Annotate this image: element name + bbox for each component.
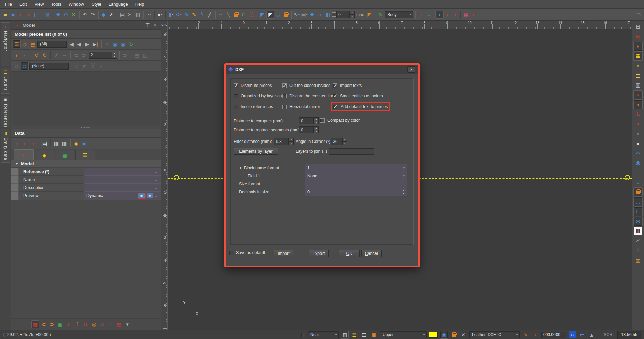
pieces-window-icon[interactable]: ⊞ — [634, 32, 642, 41]
sidebar-tab-entity-data[interactable]: ◨Entity data — [1, 129, 10, 163]
doc-new-icon[interactable]: ▤ — [41, 139, 48, 147]
table-row[interactable]: Reference (*)… — [11, 168, 161, 176]
piece-eye-icon[interactable]: ◉ — [634, 159, 642, 167]
sidebar-tab-references[interactable]: ▣References — [1, 96, 10, 127]
guide-ring-left[interactable] — [174, 175, 179, 180]
lock-icon[interactable] — [282, 11, 289, 18]
sidebar-tab-layers[interactable]: ☰Layers — [1, 68, 10, 94]
lamp-icon[interactable]: ▲ — [588, 331, 595, 338]
target-icon[interactable]: ◎ — [90, 321, 98, 328]
collapse-triangle-icon[interactable]: ▼ — [239, 166, 242, 170]
nav-first-icon[interactable]: |◀ — [67, 40, 75, 48]
checkbox[interactable] — [234, 94, 238, 98]
menu-language[interactable]: Language — [105, 0, 132, 8]
cross-move-icon[interactable]: ✛ — [634, 246, 642, 255]
body-select[interactable]: Body▾ — [385, 11, 413, 18]
show-above-icon[interactable]: ↑ — [634, 168, 642, 177]
add-visible-eye-icon[interactable]: ◉ — [119, 40, 127, 48]
property-value[interactable]: … — [84, 184, 161, 192]
pieces-pair-red-icon[interactable]: ≈ — [417, 11, 424, 18]
piece-red-boxed-icon[interactable]: ◗ — [634, 91, 642, 99]
checkbox[interactable] — [333, 94, 337, 98]
spin-down[interactable]: ▼ — [314, 121, 319, 125]
open-file-icon[interactable]: ▰ — [2, 11, 9, 18]
menu-tools[interactable]: Tools — [47, 0, 65, 8]
sphere-icon[interactable]: ⊕ — [183, 11, 190, 18]
elements-by-layer-button[interactable]: Elements by layer — [234, 148, 278, 155]
arc-icon[interactable]: ◡ — [274, 11, 282, 18]
barcode-icon[interactable]: ‖‖ — [634, 227, 642, 235]
piece-up-icon[interactable]: ◗ — [65, 321, 72, 328]
spin-up[interactable]: ▲ — [342, 138, 347, 142]
block-table-row[interactable]: Field 1None▾ — [234, 172, 407, 180]
chain-links-icon[interactable]: ⋈ — [634, 217, 642, 226]
ref-box-icon[interactable]: ▣ — [370, 331, 377, 338]
dialog-checkbox-cut-the-closed-insides[interactable]: Cut the closed insides — [282, 83, 330, 88]
grid-view-icon[interactable]: ▥ — [341, 331, 348, 338]
corner-ruler-icon[interactable]: ∟ — [634, 207, 642, 216]
close-icon[interactable]: × — [151, 21, 159, 29]
screen-capture-icon[interactable]: ⊞ — [44, 11, 51, 18]
piece-orange-active-icon[interactable]: ◗ — [634, 42, 642, 51]
piece-doc-icon[interactable]: ▤ — [115, 321, 123, 328]
node-add-icon[interactable]: ╳ — [248, 11, 255, 18]
piece-new-icon[interactable]: ◗ — [13, 51, 20, 59]
spin-up[interactable]: ▲ — [289, 138, 294, 142]
save-icon[interactable]: ▣ — [9, 11, 17, 18]
marks-icon[interactable]: Ü — [82, 321, 89, 328]
nav-prev-icon[interactable]: ◀ — [75, 40, 83, 48]
show-all-eye-icon[interactable]: ◉ — [111, 40, 119, 48]
spin-down[interactable]: ▼ — [350, 15, 355, 18]
model-panel-icon[interactable]: ◗ — [13, 21, 21, 29]
draw-body-pen-icon[interactable]: ✎ — [377, 11, 384, 18]
spin-down[interactable]: ▼ — [289, 142, 294, 145]
transform-icon[interactable]: ↖▾ — [293, 11, 300, 18]
pieces-list-mode-icon[interactable]: ☰ — [13, 40, 20, 48]
piece-rotate-left-icon[interactable]: ↺ — [33, 51, 40, 59]
dialog-checkbox-distribute-pieces[interactable]: Distribute pieces — [234, 83, 272, 88]
guide-ring-right[interactable] — [625, 175, 630, 180]
pieces-filter-select[interactable]: (All)▾ — [37, 41, 67, 48]
select-arrow-icon[interactable]: ◤ — [267, 11, 274, 18]
swap-colors-icon[interactable]: ◧ — [324, 11, 331, 18]
dialog-titlebar[interactable]: DXF × — [226, 65, 418, 74]
bulb-icon[interactable]: ● — [634, 139, 642, 148]
photo-icon[interactable]: ▣ — [80, 139, 88, 147]
piece-gray-icon[interactable]: ◗ — [634, 129, 642, 138]
checkbox[interactable] — [282, 105, 287, 109]
cancel-button[interactable]: Cancel — [361, 250, 382, 257]
menu-edit[interactable]: Edit — [16, 0, 31, 8]
save-cloud-icon[interactable]: ▢ — [33, 11, 40, 18]
piece-add-yellow-icon[interactable]: ◗ — [634, 61, 642, 70]
layer-new-icon[interactable]: ▤ — [360, 331, 368, 338]
grid-punch-icon[interactable]: ▦ — [634, 256, 642, 265]
lock-open-icon[interactable] — [232, 11, 240, 18]
tab-images[interactable]: ▣ — [55, 150, 74, 160]
paste-icon[interactable]: ▥ — [134, 11, 141, 18]
tag-icon[interactable]: ◆ — [72, 139, 80, 147]
spin-down[interactable]: ▼ — [401, 192, 406, 195]
menu-style[interactable]: Style — [88, 0, 105, 8]
node-handle-icon[interactable]: ╲ — [225, 11, 232, 18]
vertical-ruler-add-icon[interactable]: ▮▾ — [167, 11, 175, 18]
table-row[interactable]: Description… — [11, 184, 161, 192]
near-select[interactable]: Near▾ — [308, 331, 339, 338]
dialog-checkbox-add-default-text-to-pieces[interactable]: Add default text to pieces — [333, 104, 388, 109]
image-icon[interactable]: ▣ — [57, 321, 64, 328]
spin-down[interactable]: ▼ — [314, 130, 319, 134]
block-table-row[interactable]: ▼Block name format1▾ — [234, 164, 407, 172]
export-button[interactable]: Export — [309, 250, 329, 257]
block-row-value[interactable]: 1▾ — [305, 164, 407, 172]
person-assign-icon[interactable]: ☺ — [21, 62, 28, 70]
pieces-grid-icon[interactable]: ▦ — [32, 321, 39, 328]
model-sync-icon[interactable]: ◖ — [13, 139, 20, 147]
model-download-cloud-icon[interactable]: ◖ — [25, 11, 32, 18]
checkbox[interactable] — [282, 94, 287, 98]
settings-gear-icon[interactable]: ✳ — [522, 331, 529, 338]
sole-red-icon[interactable]: ◖ — [444, 11, 451, 18]
tab-list[interactable]: ☰ — [75, 150, 95, 160]
node-curve-icon[interactable]: ╰ — [198, 11, 206, 18]
pieces-red-blue-icon[interactable]: ≈ — [634, 120, 642, 128]
bracket-select-icon[interactable]: ⊏ — [240, 11, 247, 18]
cut-icon[interactable]: ✂ — [126, 11, 134, 18]
